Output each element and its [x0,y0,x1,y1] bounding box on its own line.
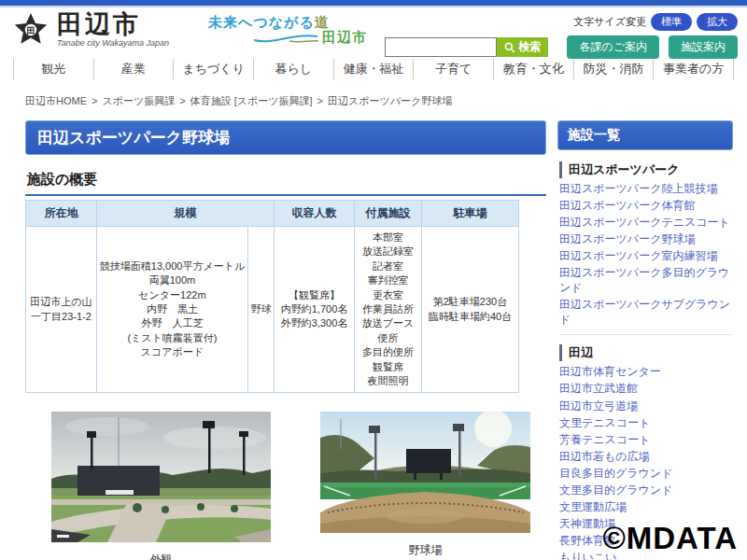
col-header-location: 所在地 [26,201,97,227]
photo-block-exterior: 外観 [51,412,271,560]
city-slogan-banner: 未来へつながる道 田辺市 [208,14,367,47]
table-header-row: 所在地 規模 収容人数 付属施設 駐車場 [26,201,519,227]
cell-capacity: 【観覧席】 内野約1,700名 外野約3,300名 [275,227,355,393]
breadcrumb: 田辺市HOME>スポーツ振興課>体育施設 [スポーツ振興課]>田辺スポーツパーク… [0,86,747,113]
col-header-parking: 駐車場 [422,201,519,227]
breadcrumb-separator: > [92,95,97,106]
table-row: 田辺市上の山 一丁目23-1-2 競技場面積13,000平方メートル 両翼100… [26,227,519,393]
font-size-enlarge-button[interactable]: 拡大 [697,13,738,31]
facility-sidebar: 施設一覧 田辺スポーツパーク 田辺スポーツパーク陸上競技場田辺スポーツパーク体育… [557,120,733,560]
sidebar-facility-link[interactable]: 目良多目的グラウンド [559,467,731,482]
sidebar-facility-link[interactable]: 芳養テニスコート [559,433,731,448]
sidebar-facility-link[interactable]: 文里テニスコート [559,416,731,431]
sidebar-facility-link[interactable]: 田辺市体育センター [559,365,731,380]
breadcrumb-link[interactable]: スポーツ振興課 [102,95,175,106]
slogan-swoosh-icon [252,32,319,43]
search-input[interactable] [385,37,497,57]
site-header: 田 田辺市 Tanabe city Wakayama Japan 未来へつながる… [0,7,747,52]
cell-parking: 第2駐車場230台 臨時駐車場約40台 [422,227,519,393]
nav-item[interactable]: 産業 [93,59,174,79]
photo-block-field: 野球場 [320,412,530,560]
emblem-character: 田 [26,25,35,35]
city-emblem-star-icon: 田 [13,12,49,48]
col-header-annex: 付属施設 [355,201,422,227]
sidebar-group-sportspark: 田辺スポーツパーク 田辺スポーツパーク陸上競技場田辺スポーツパーク体育館田辺スポ… [559,161,731,327]
sidebar-facility-link[interactable]: 田辺スポーツパーク野球場 [559,232,731,247]
photo-section: 外観 [25,412,546,560]
nav-item[interactable]: 事業者の方 [653,59,734,79]
cell-location: 田辺市上の山 一丁目23-1-2 [26,227,97,393]
site-title: 田辺市 [57,12,169,37]
site-logo[interactable]: 田 田辺市 Tanabe city Wakayama Japan [13,12,169,48]
breadcrumb-separator: > [179,95,185,106]
search-button-label: 検索 [518,39,541,55]
exterior-photo [51,412,271,542]
nav-item[interactable]: 観光 [13,59,93,79]
nav-item[interactable]: 暮らし [253,59,333,79]
breadcrumb-link[interactable]: 田辺市HOME [25,95,87,106]
page-title: 田辺スポーツパーク野球場 [25,120,546,155]
facility-overview-table: 所在地 規模 収容人数 付属施設 駐車場 田辺市上の山 一丁目23-1-2 競技… [25,200,519,393]
photo-caption: 外観 [51,552,271,560]
breadcrumb-separator: > [317,95,323,106]
slogan-city-name: 田辺市 [322,29,367,47]
cell-sport: 野球 [248,227,275,393]
sidebar-facility-link[interactable]: 田辺スポーツパーク体育館 [559,199,731,214]
nav-item[interactable]: 教育・文化 [493,59,573,79]
cell-annex: 本部室 放送記録室 記者室 審判控室 更衣室 作業員詰所 放送ブース 便所 多目… [355,227,422,393]
nav-item[interactable]: 子育て [413,59,493,79]
sidebar-facility-link[interactable]: 田辺スポーツパークテニスコート [559,216,731,231]
departments-guide-button[interactable]: 各課のご案内 [567,35,659,59]
font-size-standard-button[interactable]: 標準 [651,13,692,31]
search-button[interactable]: 検索 [497,37,548,57]
sidebar-link-list: 田辺スポーツパーク陸上競技場田辺スポーツパーク体育館田辺スポーツパークテニスコー… [559,182,731,327]
photo-caption: 野球場 [320,542,530,558]
facilities-guide-button[interactable]: 施設案内 [669,35,738,59]
col-header-capacity: 収容人数 [275,201,355,227]
col-header-scale: 規模 [97,201,275,227]
site-subtitle: Tanabe city Wakayama Japan [57,38,169,48]
sidebar-group-heading: 田辺 [559,344,731,361]
sidebar-facility-link[interactable]: 文里運動広場 [559,500,731,515]
breadcrumb-link[interactable]: 田辺スポーツパーク野球場 [328,95,452,106]
ballpark-photo [320,412,530,533]
sidebar-group-heading: 田辺スポーツパーク [559,161,731,178]
top-accent-bar [0,0,747,7]
nav-item[interactable]: まちづくり [173,59,253,79]
search-icon [504,42,515,53]
sidebar-facility-link[interactable]: 田辺市立武道館 [559,382,731,397]
sidebar-facility-link[interactable]: 田辺市立弓道場 [559,399,731,414]
sidebar-facility-link[interactable]: 田辺スポーツパークサブグラウンド [559,298,731,327]
sidebar-facility-link[interactable]: 文里多目的グラウンド [559,483,731,498]
watermark: ©MDATA [602,521,738,556]
section-heading: 施設の概要 [25,168,546,196]
sidebar-facility-link[interactable]: 田辺スポーツパーク陸上競技場 [559,182,731,197]
nav-item[interactable]: 防災・消防 [573,59,654,79]
sidebar-title: 施設一覧 [557,120,733,150]
sidebar-facility-link[interactable]: 田辺市若もの広場 [559,450,731,465]
cell-scale: 競技場面積13,000平方メートル 両翼100m センター122m 内野 黒土 … [97,227,248,393]
nav-item[interactable]: 健康・福祉 [333,59,414,79]
font-size-label: 文字サイズ変更 [573,15,646,29]
sidebar-facility-link[interactable]: 田辺スポーツパーク多目的グラウンド [559,266,731,295]
sidebar-facility-link[interactable]: 田辺スポーツパーク室内練習場 [559,249,731,264]
breadcrumb-link[interactable]: 体育施設 [スポーツ振興課] [190,95,313,106]
